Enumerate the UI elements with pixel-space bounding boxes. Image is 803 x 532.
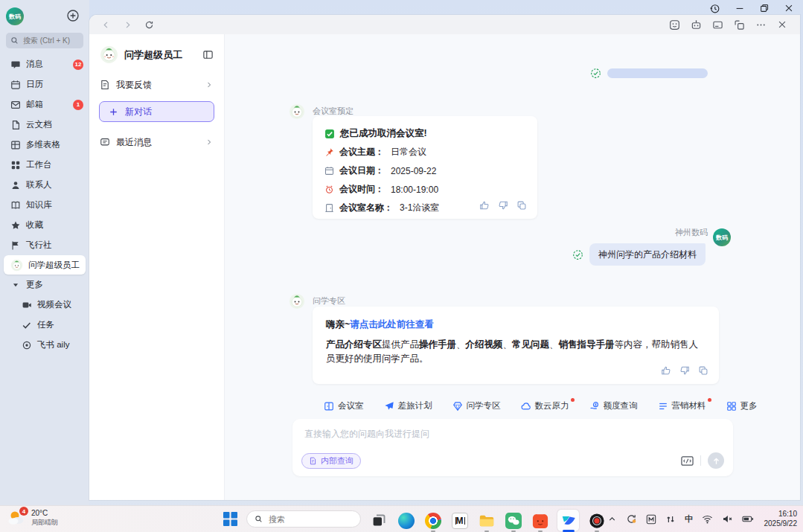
- collapse-panel-icon[interactable]: [202, 49, 214, 61]
- sidebar-item-contacts[interactable]: 联系人: [0, 175, 89, 195]
- refresh-button[interactable]: [143, 19, 155, 31]
- toolbar-item-label: 营销材料: [672, 400, 706, 411]
- sync-icon[interactable]: [626, 513, 637, 525]
- bot-panel-title: 问学超级员工: [124, 48, 196, 62]
- weather-alert-badge: 4: [19, 507, 28, 516]
- ime-indicator[interactable]: 中: [685, 513, 693, 525]
- battery-icon[interactable]: [742, 513, 754, 525]
- card-field: 会议时间： 18:00-19:00: [324, 183, 525, 196]
- wifi-icon[interactable]: [702, 513, 713, 525]
- zone-link[interactable]: 请点击此处前往查看: [350, 319, 434, 330]
- sidebar-item-more[interactable]: 更多: [0, 275, 89, 295]
- more-dots-icon[interactable]: [755, 19, 767, 31]
- taskbar-weather[interactable]: 4 20°C 局部晴朗: [7, 509, 58, 528]
- taskbar-clock[interactable]: 16:10 2025/9/22: [764, 509, 798, 528]
- toolbar-item-shucloud[interactable]: 数云原力: [521, 400, 569, 411]
- profile-avatar[interactable]: 数码: [6, 7, 24, 25]
- message-input[interactable]: [303, 426, 723, 455]
- feishu-icon[interactable]: [557, 510, 579, 531]
- toolbar-item-label: 更多: [740, 400, 758, 411]
- emoji-icon[interactable]: [668, 19, 680, 31]
- sidebar-item-label: 联系人: [26, 179, 52, 190]
- typora-tray-icon[interactable]: [646, 514, 656, 525]
- robot-icon[interactable]: [690, 19, 702, 31]
- user-avatar[interactable]: 数码: [713, 228, 731, 246]
- tab-layout-icon[interactable]: [733, 19, 745, 31]
- toolbar-item-meeting-room[interactable]: 会议室: [324, 400, 364, 411]
- bot-mascot-avatar[interactable]: [289, 293, 305, 310]
- task-check-icon: [22, 320, 32, 330]
- system-tray: 中: [607, 506, 754, 532]
- global-search-input[interactable]: [22, 36, 79, 45]
- file-explorer-icon[interactable]: [477, 511, 496, 530]
- thumbs-up-icon[interactable]: [479, 200, 490, 211]
- sidebar-item-base[interactable]: 多维表格: [0, 135, 89, 155]
- back-button[interactable]: [100, 19, 112, 31]
- sidebar-item-aily[interactable]: 飞书 aily: [0, 335, 89, 355]
- sidebar-item-messages[interactable]: 消息 12: [0, 54, 89, 74]
- toolbar-item-wenxue-zone[interactable]: 问学专区: [452, 400, 501, 411]
- edge-icon[interactable]: [397, 511, 415, 530]
- copy-icon[interactable]: [516, 200, 527, 211]
- sidebar-item-tasks[interactable]: 任务: [0, 315, 89, 335]
- screen-recorder-icon[interactable]: [587, 511, 606, 530]
- bot-mascot-avatar[interactable]: [289, 103, 305, 120]
- toolbar-item-travel-plan[interactable]: 差旅计划: [384, 400, 432, 411]
- scope-pill-label: 内部查询: [321, 455, 353, 467]
- minimize-button[interactable]: [729, 1, 749, 15]
- red-cat-app-icon[interactable]: [531, 511, 549, 530]
- card-title: 您已成功取消会议室!: [340, 127, 427, 140]
- panel-item-feedback[interactable]: 我要反馈: [89, 74, 224, 96]
- forward-button[interactable]: [121, 19, 133, 31]
- sidebar-item-mail[interactable]: 邮箱 1: [0, 94, 89, 115]
- mute-icon[interactable]: [722, 513, 733, 525]
- quick-actions-toolbar: 会议室 差旅计划 问学专区 数云原力 额度查询: [324, 400, 758, 411]
- send-button[interactable]: [708, 452, 724, 469]
- chevron-up-icon[interactable]: [607, 514, 617, 524]
- divider: [700, 455, 701, 466]
- thumbs-down-icon[interactable]: [498, 200, 508, 211]
- window-controls: [705, 1, 799, 15]
- scope-pill[interactable]: 内部查询: [301, 453, 361, 469]
- taskbar-apps: M: [370, 510, 606, 531]
- add-button[interactable]: [66, 9, 80, 22]
- chrome-icon[interactable]: [423, 511, 442, 530]
- sidebar-item-feixingshe[interactable]: 飞行社: [0, 235, 89, 255]
- thumbs-up-icon[interactable]: [661, 365, 671, 376]
- sidebar-item-wenxue-bot[interactable]: 问学超级员工: [4, 255, 86, 275]
- network-arrows-icon[interactable]: [665, 514, 676, 525]
- redacted-message: [590, 68, 708, 79]
- sidebar-item-knowledge[interactable]: 知识库: [0, 195, 89, 215]
- close-button[interactable]: [778, 1, 799, 15]
- toolbar-item-more[interactable]: 更多: [726, 400, 758, 411]
- card-field: 会议日期： 2025-09-22: [324, 164, 525, 177]
- card-field: 会议主题： 日常会议: [324, 146, 525, 158]
- restore-button[interactable]: [754, 1, 774, 15]
- wechat-icon[interactable]: [504, 511, 522, 530]
- sidebar-item-favorites[interactable]: 收藏: [0, 215, 89, 235]
- copy-icon[interactable]: [698, 365, 708, 376]
- history-icon[interactable]: [705, 1, 725, 15]
- close-icon[interactable]: [776, 19, 788, 31]
- global-search[interactable]: [6, 33, 83, 48]
- toolbar-item-marketing-materials[interactable]: 营销材料: [658, 400, 706, 411]
- shortcut-panel-icon[interactable]: [681, 455, 694, 467]
- sidebar-item-calendar[interactable]: 日历: [0, 74, 89, 94]
- new-chat-button[interactable]: 新对话: [99, 101, 214, 122]
- chevron-right-icon: [205, 138, 214, 147]
- thumbs-down-icon[interactable]: [679, 365, 690, 376]
- typora-icon[interactable]: M: [450, 511, 469, 530]
- search-icon: [255, 514, 263, 524]
- taskbar-search[interactable]: [246, 510, 361, 528]
- workbench-icon: [10, 160, 21, 170]
- sidebar-item-video-meeting[interactable]: 视频会议: [0, 295, 89, 315]
- card-icon[interactable]: [711, 19, 723, 31]
- panel-item-recent[interactable]: 最近消息: [89, 131, 224, 153]
- toolbar-item-quota-query[interactable]: 额度查询: [589, 400, 638, 411]
- sidebar-item-workbench[interactable]: 工作台: [0, 155, 89, 175]
- sidebar-item-docs[interactable]: 云文档: [0, 115, 89, 135]
- taskbar-search-input[interactable]: [267, 514, 353, 525]
- task-view-icon[interactable]: [370, 511, 388, 530]
- sender-name: 会议室预定: [313, 106, 353, 117]
- start-button[interactable]: [223, 512, 237, 526]
